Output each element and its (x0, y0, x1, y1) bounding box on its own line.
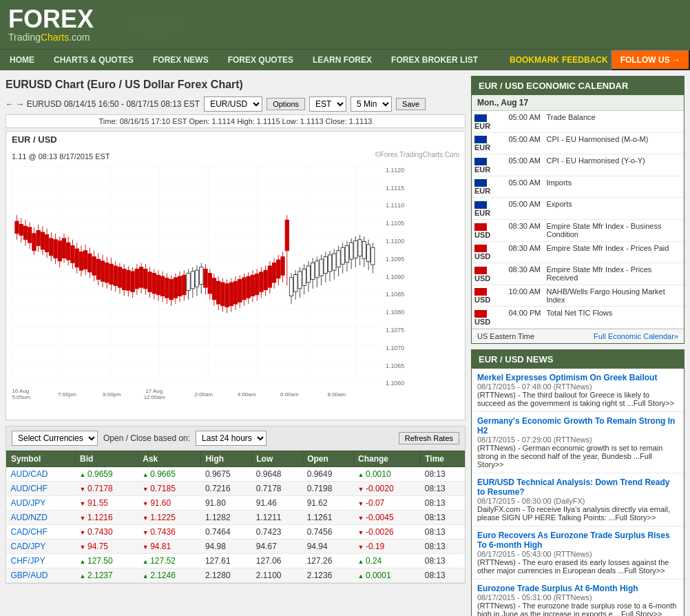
event-flag: USD (472, 307, 505, 329)
logo-com: .com (69, 32, 90, 43)
chart-inner-label: EUR / USD (6, 132, 465, 147)
feedback-link[interactable]: FEEDBACK (562, 55, 608, 65)
cell-time: 08:13 (421, 511, 465, 525)
event-flag: USD (472, 219, 505, 241)
svg-rect-108 (191, 271, 194, 289)
bookmark-link[interactable]: BOOKMARK (510, 55, 559, 65)
table-row[interactable]: GBP/AUD 2.1237 2.1246 2.1280 2.1100 2.12… (7, 568, 465, 583)
event-time: 08:30 AM (505, 263, 543, 285)
cell-open: 94.94 (303, 540, 354, 554)
col-open: Open (303, 451, 354, 467)
news-headline[interactable]: Germany's Economic Growth To Remain Stro… (477, 416, 678, 435)
svg-rect-190 (366, 245, 370, 262)
svg-rect-128 (233, 281, 237, 304)
table-row[interactable]: AUD/NZD 1.1216 1.1225 1.1282 1.1211 1.12… (7, 511, 465, 525)
svg-text:7:00pm: 7:00pm (58, 391, 76, 398)
news-item: EUR/USD Technical Analysis: Down Trend R… (472, 473, 684, 526)
nav-charts[interactable]: CHARTS & QUOTES (44, 50, 143, 70)
event-name: Total Net TIC Flows (544, 307, 684, 329)
cell-low: 0.7423 (252, 525, 303, 540)
cell-change: 0.0010 (353, 467, 420, 482)
timezone-select[interactable]: EST (309, 96, 346, 112)
cell-ask: 127.52 (138, 554, 201, 568)
nav-forex-news[interactable]: FOREX NEWS (143, 50, 218, 70)
svg-rect-76 (123, 269, 126, 289)
svg-rect-112 (200, 267, 203, 285)
col-high: High (201, 451, 252, 467)
chart-svg: 1.1120 1.1115 1.1110 1.1105 1.1100 1.109… (6, 166, 410, 399)
table-row[interactable]: CAD/CHF 0.7430 0.7436 0.7464 0.7423 0.74… (7, 525, 465, 540)
nav-broker-list[interactable]: FOREX BROKER LIST (381, 50, 488, 70)
nav-forex-quotes[interactable]: FOREX QUOTES (218, 50, 303, 70)
cell-ask: 0.7185 (138, 482, 201, 496)
svg-rect-172 (328, 255, 331, 271)
svg-rect-66 (101, 261, 104, 281)
news-item: Eurozone Trade Surplus At 6-Month High 0… (472, 579, 684, 616)
svg-rect-68 (105, 263, 109, 283)
svg-text:6:00am: 6:00am (280, 391, 299, 398)
news-headline[interactable]: EUR/USD Technical Analysis: Down Trend R… (477, 478, 678, 497)
event-time: 05:00 AM (505, 154, 543, 176)
table-row[interactable]: AUD/CHF 0.7178 0.7185 0.7216 0.7178 0.71… (7, 482, 465, 496)
table-row[interactable]: AUD/JPY 91.55 91.60 91.80 91.46 91.62 -0… (7, 496, 465, 511)
table-row[interactable]: CHF/JPY 127.50 127.52 127.61 127.06 127.… (7, 554, 465, 568)
news-headline[interactable]: Eurozone Trade Surplus At 6-Month High (477, 584, 678, 593)
nav-home[interactable]: HOME (0, 50, 44, 70)
col-change: Change (353, 451, 420, 467)
cell-open: 2.1236 (303, 568, 354, 583)
follow-button[interactable]: FOLLOW US → (611, 50, 690, 70)
event-time: 05:00 AM (505, 176, 543, 198)
svg-rect-126 (229, 283, 233, 306)
event-name: NAHB/Wells Fargo Housing Market Index (544, 285, 684, 307)
pair-select[interactable]: EUR/USD (204, 96, 262, 112)
svg-text:9:00pm: 9:00pm (103, 391, 121, 398)
cell-low: 1.1211 (252, 511, 303, 525)
svg-rect-102 (178, 276, 181, 296)
nav-learn-forex[interactable]: LEARN FOREX (303, 50, 381, 70)
cell-bid: 0.7430 (76, 525, 138, 540)
cell-change: -0.19 (353, 540, 420, 554)
period-select[interactable]: Last 24 hours (196, 431, 266, 446)
refresh-rates-button[interactable]: Refresh Rates (399, 432, 459, 444)
table-row[interactable]: CAD/JPY 94.75 94.81 94.98 94.67 94.94 -0… (7, 540, 465, 554)
currency-select[interactable]: Select Currencies (12, 431, 98, 446)
event-name: Imports (544, 176, 684, 198)
cell-symbol: CHF/JPY (7, 554, 76, 568)
cell-low: 91.46 (252, 496, 303, 511)
svg-text:1.1100: 1.1100 (386, 238, 404, 245)
event-time: 08:30 AM (505, 219, 543, 241)
cell-change: -0.0045 (353, 511, 420, 525)
event-time: 05:00 AM (505, 132, 543, 154)
event-name: CPI - EU Harmonised (M-o-M) (544, 132, 684, 154)
chart-area: EUR / USD 1.11 @ 08:13 8/17/2015 EST ©Fo… (6, 131, 466, 420)
calendar-table: EUR 05:00 AM Trade Balance EUR 05:00 AM … (472, 111, 684, 329)
cell-time: 08:13 (421, 467, 465, 482)
interval-select[interactable]: 5 Min (351, 96, 392, 112)
right-panel: EUR / USD ECONOMIC CALENDAR Mon., Aug 17… (471, 76, 684, 616)
svg-text:1.1080: 1.1080 (386, 309, 404, 316)
calendar-event-row: EUR 05:00 AM Imports (472, 176, 684, 198)
cell-high: 0.7464 (201, 525, 252, 540)
svg-rect-64 (96, 259, 100, 279)
svg-rect-162 (306, 266, 310, 283)
news-headline[interactable]: Euro Recovers As Eurozone Trade Surplus … (477, 531, 678, 550)
cell-bid: 127.50 (76, 554, 138, 568)
cell-high: 94.98 (201, 540, 252, 554)
news-headline[interactable]: Merkel Expresses Optimism On Greek Bailo… (477, 373, 678, 382)
cell-time: 08:13 (421, 568, 465, 583)
save-button[interactable]: Save (396, 98, 426, 110)
svg-rect-110 (195, 270, 198, 287)
calendar-event-row: USD 04:00 PM Total Net TIC Flows (472, 307, 684, 329)
cell-time: 08:13 (421, 554, 465, 568)
table-row[interactable]: AUD/CAD 0.9659 0.9665 0.9675 0.9648 0.96… (7, 467, 465, 482)
full-calendar-link[interactable]: Full Economic Calendar» (594, 332, 678, 340)
cell-time: 08:13 (421, 482, 465, 496)
svg-rect-182 (350, 243, 353, 259)
svg-text:1.1075: 1.1075 (386, 327, 404, 333)
chart-time-info: Time: 08/16/15 17:10 EST Open: 1.1114 Hi… (6, 114, 466, 128)
svg-rect-62 (92, 257, 96, 276)
cell-bid: 0.9659 (76, 467, 138, 482)
logo-charts: Charts (41, 32, 69, 43)
news-snippet: (RTTNews) - The third bailout for Greece… (477, 391, 678, 407)
options-button[interactable]: Options (266, 98, 305, 110)
